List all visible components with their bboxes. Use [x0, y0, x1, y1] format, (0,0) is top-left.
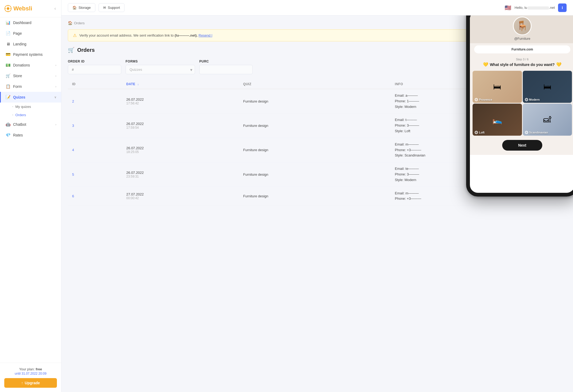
date-value: 26.07.2022: [126, 171, 235, 175]
purchase-input[interactable]: [199, 65, 253, 74]
cell-date: 26.07.2022 17:59:54: [122, 113, 239, 138]
cell-date: 26.07.2022 18:25:05: [122, 138, 239, 162]
table-row: 6 27.07.2022 00:00:42 Furniture design E…: [68, 187, 567, 206]
sidebar-nav: 📊 Dashboard 📄 Page 🖥 Landing 💳 Payment s…: [0, 17, 61, 140]
purchase-label: Purc: [199, 60, 253, 63]
date-value: 26.07.2022: [126, 146, 235, 150]
sidebar-item-quizes[interactable]: 📝 Quizes ∨: [0, 92, 61, 103]
sidebar-item-landing[interactable]: 🖥 Landing: [0, 39, 61, 49]
alert-resend-link[interactable]: Resend l: [198, 33, 212, 37]
info-email: Email: m———: [395, 142, 562, 147]
sidebar-subitem-my-quizes[interactable]: My quizes: [0, 103, 61, 111]
content-area: 🏠 Orders ⚠ Verify your account email add…: [61, 15, 573, 392]
breadcrumb-label: Orders: [74, 21, 85, 25]
cell-info: Email: t——— Phone: 3——— Style: Loft: [391, 113, 567, 138]
sidebar-item-store[interactable]: 🛒 Store ›: [0, 70, 61, 81]
topnav-right: 🇺🇸 Hello, lu.net I: [505, 3, 567, 12]
forms-select[interactable]: Quizzes: [126, 65, 195, 74]
table-row: 2 26.07.2022 17:56:42 Furniture design E…: [68, 89, 567, 113]
storage-icon: 🏠: [72, 6, 77, 10]
forms-filter: Forms Quizzes: [126, 60, 195, 74]
sidebar-label-donations: Donations: [13, 63, 30, 67]
order-id-filter: Order ID: [68, 60, 121, 74]
time-value: 17:59:54: [126, 126, 235, 130]
donations-chevron: ›: [55, 64, 56, 67]
alert-message: Verify your account email address. We se…: [79, 33, 212, 37]
sidebar-item-rates[interactable]: 💎 Rates: [0, 130, 61, 140]
hello-text: Hello, lu.net: [514, 6, 555, 10]
quizes-icon: 📝: [6, 95, 10, 100]
cell-quiz: Furniture design: [239, 138, 391, 162]
cell-date: 26.07.2022 23:59:31: [122, 162, 239, 187]
alert-email: (lu———.net).: [175, 33, 198, 37]
time-value: 17:56:42: [126, 101, 235, 105]
sidebar-label-rates: Rates: [13, 133, 23, 137]
order-id-link[interactable]: 6: [72, 194, 74, 198]
col-info: Info: [391, 80, 567, 89]
storage-button[interactable]: 🏠 Storage: [68, 3, 95, 12]
cell-quiz: Furniture design: [239, 162, 391, 187]
alert-icon: ⚠: [73, 33, 77, 38]
sidebar-item-dashboard[interactable]: 📊 Dashboard: [0, 17, 61, 28]
upgrade-button[interactable]: ↑ Upgrade: [4, 378, 57, 388]
order-id-link[interactable]: 3: [72, 124, 74, 128]
breadcrumb: 🏠 Orders: [68, 21, 567, 25]
sort-icon: ↓: [137, 83, 139, 86]
sidebar-item-payment-systems[interactable]: 💳 Payment systems: [0, 49, 61, 60]
support-button[interactable]: ✉ Support: [99, 3, 125, 12]
cell-quiz: Furniture design: [239, 187, 391, 206]
table-body: 2 26.07.2022 17:56:42 Furniture design E…: [68, 89, 567, 206]
time-value: 23:59:31: [126, 175, 235, 178]
cell-id: 4: [68, 138, 122, 162]
orders-section-title: 🛒 Orders: [68, 47, 567, 53]
order-id-link[interactable]: 2: [72, 99, 74, 103]
logo-area: Websli ‹: [0, 0, 61, 17]
logo-icon: [4, 5, 12, 12]
cell-info: Email: m——— Phone: +3———: [391, 187, 567, 206]
order-id-input[interactable]: [68, 65, 121, 74]
sidebar-subitem-orders[interactable]: Orders: [0, 111, 61, 119]
order-id-link[interactable]: 5: [72, 173, 74, 177]
user-avatar[interactable]: I: [558, 3, 567, 12]
home-icon: 🏠: [68, 21, 72, 25]
sidebar-label-quizes: Quizes: [13, 95, 25, 99]
plan-info: Your plan: free: [4, 367, 57, 371]
sidebar-sub-label-my-quizes: My quizes: [15, 105, 31, 109]
forms-label: Forms: [126, 60, 195, 63]
table-row: 5 26.07.2022 23:59:31 Furniture design E…: [68, 162, 567, 187]
cell-quiz: Furniture design: [239, 113, 391, 138]
cell-info: Email: a——— Phone: 1——— Style: Modern: [391, 89, 567, 113]
store-chevron: ›: [55, 74, 56, 77]
info-phone: Phone: 1———: [395, 99, 562, 104]
cell-id: 6: [68, 187, 122, 206]
support-label: Support: [108, 6, 120, 10]
table-row: 3 26.07.2022 17:59:54 Furniture design E…: [68, 113, 567, 138]
donations-icon: 💵: [6, 63, 10, 68]
app-logo: Websli: [13, 5, 32, 12]
info-email: Email: m———: [395, 191, 562, 196]
sidebar-item-donations[interactable]: 💵 Donations ›: [0, 60, 61, 70]
orders-icon: 🛒: [68, 47, 75, 53]
table-head: ID Date ↓ Quiz Info: [68, 80, 567, 89]
info-phone: Phone: +3———: [395, 147, 562, 153]
cell-date: 26.07.2022 17:56:42: [122, 89, 239, 113]
forms-select-wrap: Quizzes: [126, 65, 195, 74]
chatbot-chevron: ›: [55, 123, 56, 126]
sidebar-item-page[interactable]: 📄 Page: [0, 28, 61, 39]
collapse-sidebar-button[interactable]: ‹: [53, 5, 57, 12]
cell-date: 27.07.2022 00:00:42: [122, 187, 239, 206]
sidebar-sub-label-orders: Orders: [15, 113, 26, 117]
sidebar: Websli ‹ 📊 Dashboard 📄 Page 🖥 Landing 💳 …: [0, 0, 61, 392]
sidebar-label-store: Store: [13, 74, 22, 78]
order-id-link[interactable]: 4: [72, 148, 74, 152]
orders-table: ID Date ↓ Quiz Info 2 26.07.2022 17:56:4…: [68, 80, 567, 206]
sidebar-item-chatbot[interactable]: 🤖 Chatbot ›: [0, 119, 61, 130]
date-value: 26.07.2022: [126, 122, 235, 126]
dashboard-icon: 📊: [6, 20, 10, 25]
sidebar-item-form[interactable]: 📋 Form ›: [0, 81, 61, 92]
cell-id: 2: [68, 89, 122, 113]
date-value: 26.07.2022: [126, 97, 235, 101]
top-nav: 🏠 Storage ✉ Support 🇺🇸 Hello, lu.net I: [61, 0, 573, 15]
order-id-label: Order ID: [68, 60, 121, 63]
col-date[interactable]: Date ↓: [122, 80, 239, 89]
